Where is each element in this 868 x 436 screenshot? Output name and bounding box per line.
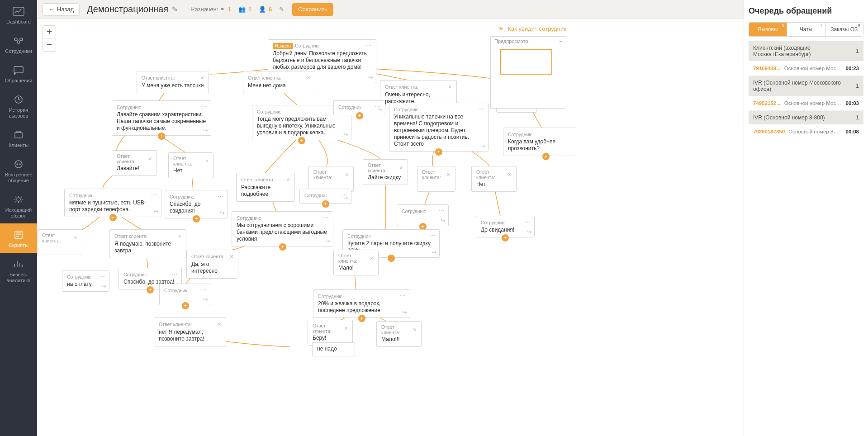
close-icon[interactable]: × [178,232,181,240]
node-c-emptyclient3[interactable]: Ответ клиента:× [37,229,82,255]
add-node-icon[interactable]: + [358,315,365,322]
node-e-empty1[interactable]: Сотрудник:⋮ ↪+ [333,100,385,115]
close-icon[interactable]: × [74,234,77,242]
node-c-emptyclient2[interactable]: Ответ клиента:× [417,166,455,192]
close-icon[interactable]: × [307,74,310,81]
node-c-beru[interactable]: Ответ клиента:× Беру! [308,320,353,346]
branch-icon[interactable]: ↪ [101,283,106,289]
minimap[interactable]: Предпросмотр − [490,36,566,109]
node-menu-icon[interactable]: ⋮ [479,106,484,113]
close-icon[interactable]: × [399,164,403,171]
branch-icon[interactable]: ↪ [402,309,407,316]
node-e-empty3[interactable]: Сотрудник:⋮ ↪+ [397,204,449,226]
close-icon[interactable]: × [370,255,374,262]
queue-row[interactable]: 74952152... Основной номер Московского о… [749,96,863,111]
add-node-icon[interactable]: + [356,112,363,119]
sidebar-item-call-history[interactable]: История вызовов [0,88,37,123]
sidebar-item-dashboard[interactable]: Dashboard [0,0,37,29]
add-node-icon[interactable]: + [388,255,395,262]
node-menu-icon[interactable]: ⋮ [430,232,435,239]
add-node-icon[interactable]: + [193,215,200,223]
sidebar-item-outbound[interactable]: Исходящий обзвон [0,188,37,223]
branch-icon[interactable]: ↪ [377,106,382,113]
branch-icon[interactable]: ↪ [220,209,225,216]
add-node-icon[interactable]: + [158,133,165,140]
close-icon[interactable]: × [413,326,417,333]
node-e-compare[interactable]: Сотрудник:⋮ Давайте сравним характеристи… [112,100,211,136]
sidebar-item-analytics[interactable]: Бизнес-аналитика [0,253,37,288]
queue-row[interactable]: 79260187350 Основной номер 8-800 00:08 [749,124,863,139]
branch-icon[interactable]: ↪ [526,228,531,235]
branch-icon[interactable]: ↪ [343,194,348,201]
branch-icon[interactable]: ↪ [325,237,330,244]
sidebar-item-internal-chat[interactable]: Внутреннее общение [0,153,37,188]
queue-tab-orders[interactable]: Заказы ОЗ5 [825,23,863,36]
node-c-malo[interactable]: Ответ клиента:× Мало! [333,250,379,275]
node-c-nothome[interactable]: Ответ клиента:× Меня нет дома [243,71,315,93]
branch-icon[interactable]: ↪ [343,131,348,138]
add-node-icon[interactable]: + [322,200,329,208]
node-c-malo2[interactable]: Ответ клиента:× Мало!!! [376,321,422,347]
node-e-pay[interactable]: Сотрудник:⋮ на оплату ↪ [62,270,109,292]
node-e-bye2[interactable]: Сотрудник:⋮ До свидания! ↪+ [476,216,535,237]
minimap-viewport[interactable] [500,49,552,75]
add-node-icon[interactable]: + [542,153,550,160]
node-menu-icon[interactable]: ⋮ [218,193,223,200]
queue-row[interactable]: 79169439... Основной номер Московского о… [749,61,863,76]
node-menu-icon[interactable]: ⋮ [172,271,177,278]
node-c-no1[interactable]: Ответ клиента:× Нет [168,152,213,178]
queue-group[interactable]: IVR (Основной номер 8-800) 1 [749,111,863,124]
node-c-dainteres[interactable]: Ответ клиента:× Да, это интересно [186,250,238,279]
node-c-have[interactable]: Ответ клиента:× У меня уже есть тапочки [137,71,209,93]
close-icon[interactable]: × [344,325,348,332]
script-title[interactable]: Демонстрационная [87,4,168,14]
node-e-empty2[interactable]: Сотрудник:⋮ ↪+ [299,189,351,204]
node-c-think[interactable]: Ответ клиента:× Я подумаю, позвоните зав… [109,229,186,258]
sidebar-item-tickets[interactable]: Обращения [0,59,37,88]
node-e-bye1[interactable]: Сотрудник:⋮ Спасибо, до свидания! ↪+ [165,190,228,218]
node-e-whencall[interactable]: Сотрудник:⋮ Когда вам удобнее прозвонить… [503,128,576,156]
close-icon[interactable]: × [286,176,290,183]
branch-icon[interactable]: ↪ [203,296,208,303]
node-c-more[interactable]: Ответ клиента:× Расскажите подробнее [236,173,295,202]
add-node-icon[interactable]: + [147,286,154,294]
close-icon[interactable]: × [148,155,152,162]
node-e-empty4[interactable]: Сотрудник:⋮ ↪+ [159,284,211,305]
add-node-icon[interactable]: + [502,234,509,242]
script-canvas[interactable]: + − 👁 Как увидит сотрудник Предпросмотр … [37,19,576,436]
node-menu-icon[interactable]: ⋮ [367,43,371,49]
node-c-emptyclient[interactable]: Ответ клиента:× [308,166,354,192]
add-node-icon[interactable]: + [182,302,189,309]
back-button[interactable]: ← Назад [43,3,80,16]
branch-icon[interactable]: ↪ [203,127,208,133]
close-icon[interactable]: × [218,321,221,328]
close-icon[interactable]: × [200,74,204,81]
node-e-gum[interactable]: Сотрудник:⋮ 20% и жвачка в подарок, посл… [313,289,410,318]
zoom-in-button[interactable]: + [43,26,56,38]
close-icon[interactable]: × [345,171,349,178]
node-c-discount[interactable]: Ответ клиента:× Дайте скидку [363,159,408,185]
node-menu-icon[interactable]: ⋮ [525,219,530,226]
add-node-icon[interactable]: + [109,214,117,221]
minimap-collapse-icon[interactable]: − [560,38,562,44]
node-menu-icon[interactable]: ⋮ [202,104,206,110]
node-menu-icon[interactable]: ⋮ [439,208,444,214]
node-c-noneed[interactable]: не надо [312,342,355,356]
preview-link[interactable]: 👁 Как увидит сотрудник [498,25,566,32]
node-e-usb[interactable]: Сотрудник:⋮ мягкие и пушистые, есть USB-… [64,189,161,217]
add-node-icon[interactable]: + [279,243,286,251]
node-menu-icon[interactable]: ⋮ [202,287,206,294]
node-c-davai[interactable]: Ответ клиента:× Давайте! [112,150,157,176]
branch-icon[interactable]: ↪ [480,142,485,149]
sidebar-item-employees[interactable]: Сотрудники [0,29,37,59]
node-menu-icon[interactable]: ⋮ [152,192,157,199]
node-c-changed[interactable]: Ответ клиента:× нет Я передумал, позвони… [154,318,226,346]
queue-group[interactable]: Клиентский (входящие Москва+Екатеринбург… [749,41,863,61]
close-icon[interactable]: × [508,171,512,178]
edit-assigned-icon[interactable]: ✎ [279,6,284,13]
edit-title-icon[interactable]: ✎ [172,5,178,14]
close-icon[interactable]: × [447,171,451,178]
add-node-icon[interactable]: + [435,148,442,156]
save-button[interactable]: Сохранить [292,3,333,16]
sidebar-item-clients[interactable]: Клиенты [0,123,37,153]
